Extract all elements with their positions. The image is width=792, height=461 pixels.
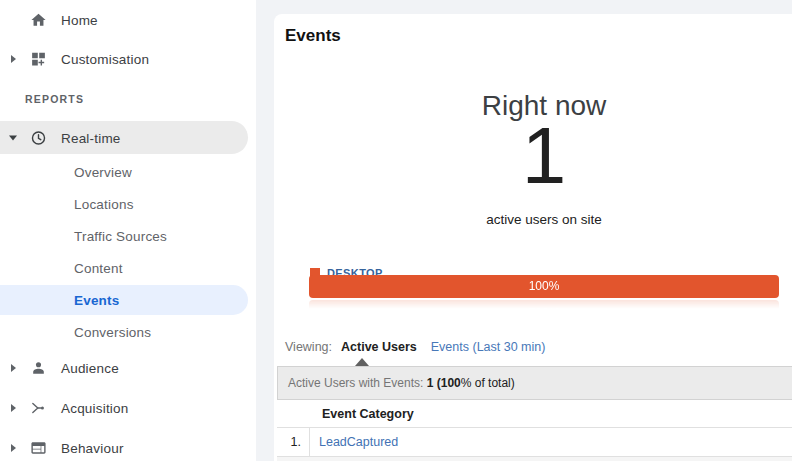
sidebar-item-audience[interactable]: Audience xyxy=(0,348,256,388)
sidebar-item-content[interactable]: Content xyxy=(0,252,256,284)
sidebar: Home Customisation REPORTS Real-time Ove… xyxy=(0,0,256,461)
viewing-label: Viewing: xyxy=(285,340,332,354)
selected-tab-caret-icon xyxy=(355,358,369,366)
sidebar-item-events[interactable]: Events xyxy=(0,284,256,316)
customisation-icon xyxy=(30,50,47,67)
event-category-link[interactable]: LeadCaptured xyxy=(310,428,398,456)
sidebar-item-label: Events xyxy=(74,293,119,308)
sidebar-item-label: Audience xyxy=(61,361,119,376)
table-row: 1. LeadCaptured xyxy=(277,428,792,457)
tab-events-last-30-min[interactable]: Events (Last 30 min) xyxy=(431,340,546,354)
viewing-toolbar: Viewing: Active Users Events (Last 30 mi… xyxy=(285,340,545,354)
sidebar-item-label: Behaviour xyxy=(61,441,124,456)
chevron-right-icon xyxy=(11,444,16,452)
sidebar-item-home[interactable]: Home xyxy=(0,0,256,39)
page-title: Events xyxy=(285,26,341,46)
sidebar-item-label: Content xyxy=(74,261,123,276)
tab-active-users[interactable]: Active Users xyxy=(341,340,417,354)
chevron-right-icon xyxy=(11,404,16,412)
chevron-right-icon xyxy=(11,364,16,372)
row-rank: 1. xyxy=(277,428,310,456)
desktop-percentage-bar: 100% xyxy=(309,275,779,298)
sidebar-item-label: Overview xyxy=(74,165,132,180)
clock-icon xyxy=(30,129,47,146)
summary-value: 1 (100 xyxy=(427,376,461,390)
section-label: REPORTS xyxy=(25,93,84,105)
sidebar-item-label: Customisation xyxy=(61,51,149,66)
sidebar-item-label: Real-time xyxy=(61,130,121,145)
sidebar-section-reports: REPORTS xyxy=(0,78,256,119)
chevron-down-icon xyxy=(9,135,17,140)
chevron-right-icon xyxy=(11,55,16,63)
summary-value-rest: % of total) xyxy=(461,376,515,390)
sidebar-item-label: Locations xyxy=(74,197,134,212)
active-users-count: 1 xyxy=(309,116,779,196)
sidebar-item-locations[interactable]: Locations xyxy=(0,188,256,220)
sidebar-item-label: Conversions xyxy=(74,325,151,340)
audience-icon xyxy=(30,360,47,377)
sidebar-item-customisation[interactable]: Customisation xyxy=(0,39,256,78)
events-table: Active Users with Events: 1 (100% of tot… xyxy=(277,366,792,461)
bar-value-label: 100% xyxy=(529,279,560,293)
sidebar-item-traffic-sources[interactable]: Traffic Sources xyxy=(0,220,256,252)
behaviour-icon xyxy=(30,440,47,457)
sidebar-item-realtime[interactable]: Real-time xyxy=(0,119,256,156)
table-header-row: Event Category xyxy=(277,400,792,428)
summary-label: Active Users with Events: xyxy=(288,376,427,390)
column-header-event-category[interactable]: Event Category xyxy=(277,407,414,421)
sidebar-item-acquisition[interactable]: Acquisition xyxy=(0,388,256,428)
home-icon xyxy=(30,11,47,28)
sidebar-item-label: Home xyxy=(61,12,98,27)
acquisition-icon xyxy=(30,400,47,417)
sidebar-item-behaviour[interactable]: Behaviour xyxy=(0,428,256,461)
sidebar-item-conversions[interactable]: Conversions xyxy=(0,316,256,348)
sidebar-item-overview[interactable]: Overview xyxy=(0,156,256,188)
table-summary-bar: Active Users with Events: 1 (100% of tot… xyxy=(277,366,792,400)
next-row-sliver xyxy=(277,457,792,461)
active-users-caption: active users on site xyxy=(309,212,779,227)
sidebar-item-label: Acquisition xyxy=(61,401,129,416)
sidebar-item-label: Traffic Sources xyxy=(74,229,167,244)
main-panel: Events Right now 1 active users on site … xyxy=(274,14,792,461)
